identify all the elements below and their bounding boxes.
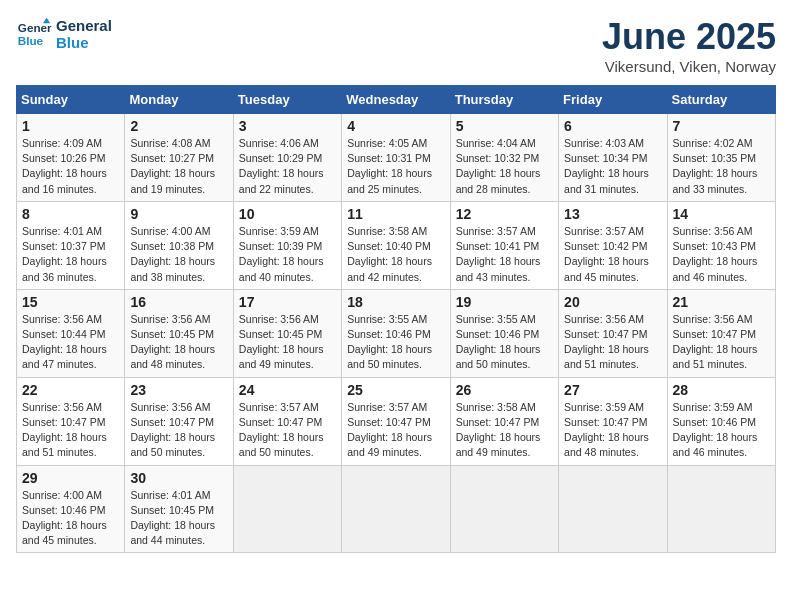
- day-detail: Sunrise: 3:56 AM Sunset: 10:47 PM Daylig…: [564, 312, 661, 373]
- calendar-cell: 5Sunrise: 4:04 AM Sunset: 10:32 PM Dayli…: [450, 114, 558, 202]
- calendar-week-row: 29Sunrise: 4:00 AM Sunset: 10:46 PM Dayl…: [17, 465, 776, 553]
- day-detail: Sunrise: 4:06 AM Sunset: 10:29 PM Daylig…: [239, 136, 336, 197]
- calendar-title: June 2025: [602, 16, 776, 58]
- calendar-week-row: 1Sunrise: 4:09 AM Sunset: 10:26 PM Dayli…: [17, 114, 776, 202]
- day-detail: Sunrise: 3:57 AM Sunset: 10:42 PM Daylig…: [564, 224, 661, 285]
- calendar-cell: 24Sunrise: 3:57 AM Sunset: 10:47 PM Dayl…: [233, 377, 341, 465]
- calendar-header-friday: Friday: [559, 86, 667, 114]
- day-detail: Sunrise: 3:56 AM Sunset: 10:45 PM Daylig…: [239, 312, 336, 373]
- calendar-cell: 13Sunrise: 3:57 AM Sunset: 10:42 PM Dayl…: [559, 201, 667, 289]
- day-number: 28: [673, 382, 770, 398]
- calendar-subtitle: Vikersund, Viken, Norway: [602, 58, 776, 75]
- calendar-cell: 16Sunrise: 3:56 AM Sunset: 10:45 PM Dayl…: [125, 289, 233, 377]
- day-detail: Sunrise: 3:56 AM Sunset: 10:47 PM Daylig…: [22, 400, 119, 461]
- day-number: 20: [564, 294, 661, 310]
- calendar-cell: 25Sunrise: 3:57 AM Sunset: 10:47 PM Dayl…: [342, 377, 450, 465]
- calendar-cell: 26Sunrise: 3:58 AM Sunset: 10:47 PM Dayl…: [450, 377, 558, 465]
- calendar-cell: [342, 465, 450, 553]
- day-number: 5: [456, 118, 553, 134]
- day-number: 26: [456, 382, 553, 398]
- day-detail: Sunrise: 4:00 AM Sunset: 10:46 PM Daylig…: [22, 488, 119, 549]
- day-detail: Sunrise: 4:09 AM Sunset: 10:26 PM Daylig…: [22, 136, 119, 197]
- calendar-week-row: 22Sunrise: 3:56 AM Sunset: 10:47 PM Dayl…: [17, 377, 776, 465]
- day-detail: Sunrise: 3:56 AM Sunset: 10:45 PM Daylig…: [130, 312, 227, 373]
- calendar-table: SundayMondayTuesdayWednesdayThursdayFrid…: [16, 85, 776, 553]
- day-number: 23: [130, 382, 227, 398]
- day-number: 1: [22, 118, 119, 134]
- calendar-cell: 19Sunrise: 3:55 AM Sunset: 10:46 PM Dayl…: [450, 289, 558, 377]
- calendar-cell: 23Sunrise: 3:56 AM Sunset: 10:47 PM Dayl…: [125, 377, 233, 465]
- day-detail: Sunrise: 3:56 AM Sunset: 10:47 PM Daylig…: [130, 400, 227, 461]
- calendar-cell: 2Sunrise: 4:08 AM Sunset: 10:27 PM Dayli…: [125, 114, 233, 202]
- calendar-cell: [667, 465, 775, 553]
- day-number: 30: [130, 470, 227, 486]
- day-number: 25: [347, 382, 444, 398]
- day-detail: Sunrise: 4:02 AM Sunset: 10:35 PM Daylig…: [673, 136, 770, 197]
- day-detail: Sunrise: 4:04 AM Sunset: 10:32 PM Daylig…: [456, 136, 553, 197]
- logo-line1: General: [56, 17, 112, 34]
- day-number: 21: [673, 294, 770, 310]
- calendar-cell: 18Sunrise: 3:55 AM Sunset: 10:46 PM Dayl…: [342, 289, 450, 377]
- calendar-cell: 28Sunrise: 3:59 AM Sunset: 10:46 PM Dayl…: [667, 377, 775, 465]
- day-number: 29: [22, 470, 119, 486]
- day-number: 7: [673, 118, 770, 134]
- day-number: 19: [456, 294, 553, 310]
- day-detail: Sunrise: 3:58 AM Sunset: 10:47 PM Daylig…: [456, 400, 553, 461]
- day-number: 18: [347, 294, 444, 310]
- calendar-cell: [233, 465, 341, 553]
- day-detail: Sunrise: 4:01 AM Sunset: 10:37 PM Daylig…: [22, 224, 119, 285]
- calendar-cell: 20Sunrise: 3:56 AM Sunset: 10:47 PM Dayl…: [559, 289, 667, 377]
- calendar-cell: 29Sunrise: 4:00 AM Sunset: 10:46 PM Dayl…: [17, 465, 125, 553]
- calendar-cell: [559, 465, 667, 553]
- day-number: 12: [456, 206, 553, 222]
- day-number: 17: [239, 294, 336, 310]
- day-detail: Sunrise: 3:59 AM Sunset: 10:46 PM Daylig…: [673, 400, 770, 461]
- calendar-week-row: 15Sunrise: 3:56 AM Sunset: 10:44 PM Dayl…: [17, 289, 776, 377]
- calendar-body: 1Sunrise: 4:09 AM Sunset: 10:26 PM Dayli…: [17, 114, 776, 553]
- calendar-cell: 14Sunrise: 3:56 AM Sunset: 10:43 PM Dayl…: [667, 201, 775, 289]
- calendar-cell: 10Sunrise: 3:59 AM Sunset: 10:39 PM Dayl…: [233, 201, 341, 289]
- day-number: 8: [22, 206, 119, 222]
- day-detail: Sunrise: 4:05 AM Sunset: 10:31 PM Daylig…: [347, 136, 444, 197]
- calendar-header-row: SundayMondayTuesdayWednesdayThursdayFrid…: [17, 86, 776, 114]
- day-detail: Sunrise: 4:00 AM Sunset: 10:38 PM Daylig…: [130, 224, 227, 285]
- day-detail: Sunrise: 3:57 AM Sunset: 10:41 PM Daylig…: [456, 224, 553, 285]
- day-number: 16: [130, 294, 227, 310]
- calendar-cell: 27Sunrise: 3:59 AM Sunset: 10:47 PM Dayl…: [559, 377, 667, 465]
- calendar-cell: 7Sunrise: 4:02 AM Sunset: 10:35 PM Dayli…: [667, 114, 775, 202]
- day-number: 14: [673, 206, 770, 222]
- day-detail: Sunrise: 3:58 AM Sunset: 10:40 PM Daylig…: [347, 224, 444, 285]
- calendar-header-sunday: Sunday: [17, 86, 125, 114]
- calendar-cell: 30Sunrise: 4:01 AM Sunset: 10:45 PM Dayl…: [125, 465, 233, 553]
- calendar-cell: 6Sunrise: 4:03 AM Sunset: 10:34 PM Dayli…: [559, 114, 667, 202]
- calendar-week-row: 8Sunrise: 4:01 AM Sunset: 10:37 PM Dayli…: [17, 201, 776, 289]
- day-detail: Sunrise: 4:08 AM Sunset: 10:27 PM Daylig…: [130, 136, 227, 197]
- day-detail: Sunrise: 4:01 AM Sunset: 10:45 PM Daylig…: [130, 488, 227, 549]
- day-number: 11: [347, 206, 444, 222]
- day-number: 4: [347, 118, 444, 134]
- day-detail: Sunrise: 3:55 AM Sunset: 10:46 PM Daylig…: [347, 312, 444, 373]
- day-number: 15: [22, 294, 119, 310]
- calendar-cell: 17Sunrise: 3:56 AM Sunset: 10:45 PM Dayl…: [233, 289, 341, 377]
- calendar-cell: 3Sunrise: 4:06 AM Sunset: 10:29 PM Dayli…: [233, 114, 341, 202]
- calendar-header-saturday: Saturday: [667, 86, 775, 114]
- title-area: June 2025 Vikersund, Viken, Norway: [602, 16, 776, 75]
- day-detail: Sunrise: 3:57 AM Sunset: 10:47 PM Daylig…: [239, 400, 336, 461]
- svg-text:Blue: Blue: [18, 34, 44, 47]
- day-number: 24: [239, 382, 336, 398]
- day-detail: Sunrise: 3:56 AM Sunset: 10:43 PM Daylig…: [673, 224, 770, 285]
- day-detail: Sunrise: 3:59 AM Sunset: 10:47 PM Daylig…: [564, 400, 661, 461]
- calendar-cell: 21Sunrise: 3:56 AM Sunset: 10:47 PM Dayl…: [667, 289, 775, 377]
- day-number: 2: [130, 118, 227, 134]
- logo-line2: Blue: [56, 34, 112, 51]
- calendar-cell: 22Sunrise: 3:56 AM Sunset: 10:47 PM Dayl…: [17, 377, 125, 465]
- day-detail: Sunrise: 4:03 AM Sunset: 10:34 PM Daylig…: [564, 136, 661, 197]
- calendar-cell: 9Sunrise: 4:00 AM Sunset: 10:38 PM Dayli…: [125, 201, 233, 289]
- calendar-header-thursday: Thursday: [450, 86, 558, 114]
- day-number: 6: [564, 118, 661, 134]
- day-number: 10: [239, 206, 336, 222]
- day-detail: Sunrise: 3:57 AM Sunset: 10:47 PM Daylig…: [347, 400, 444, 461]
- header: General Blue General Blue June 2025 Vike…: [16, 16, 776, 75]
- calendar-header-tuesday: Tuesday: [233, 86, 341, 114]
- calendar-header-wednesday: Wednesday: [342, 86, 450, 114]
